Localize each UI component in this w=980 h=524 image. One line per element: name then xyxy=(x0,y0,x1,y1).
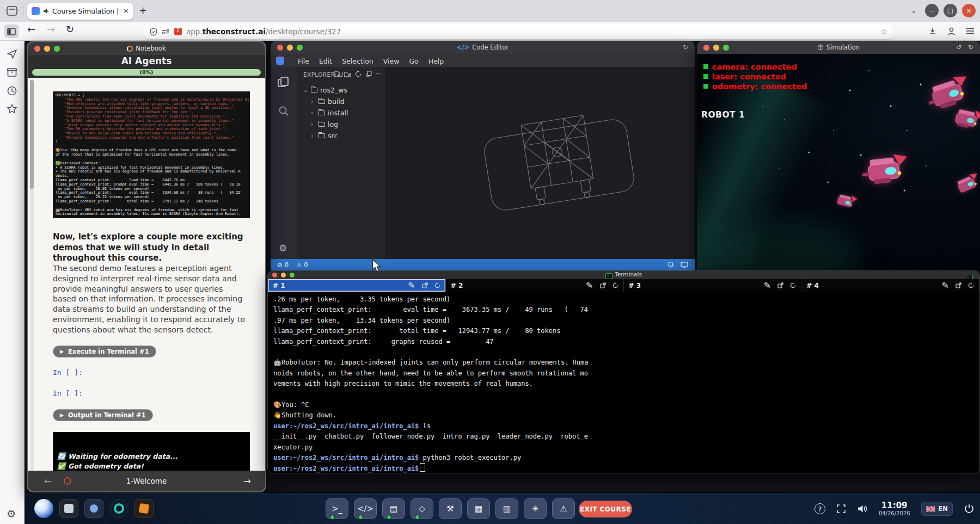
menu-item[interactable]: Help xyxy=(424,57,449,65)
new-file-icon[interactable] xyxy=(334,71,340,77)
open-external-icon[interactable] xyxy=(777,282,783,288)
file-tree-row[interactable]: › build xyxy=(297,96,385,107)
terminal-tab[interactable]: # 3 ✎ xyxy=(624,279,802,292)
back-button[interactable]: ← xyxy=(27,23,35,35)
terminal-tab[interactable]: # 4 ✎ xyxy=(801,279,979,292)
notebook-scrollbar-thumb[interactable] xyxy=(30,80,34,189)
menu-icon[interactable] xyxy=(966,27,975,35)
dock-app-icon[interactable] xyxy=(34,499,53,518)
url-text[interactable]: app.theconstruct.ai/desktop/course/327 xyxy=(186,27,880,36)
cell-prompt[interactable]: In [ ]: xyxy=(53,368,83,377)
bookmarks-star-icon[interactable] xyxy=(7,103,17,114)
restart-terminal-icon[interactable] xyxy=(790,282,796,288)
file-tree-row[interactable]: ⌄ ros2_ws xyxy=(297,84,385,96)
tool-button[interactable]: ◇ xyxy=(411,498,433,519)
dock-app-icon[interactable] xyxy=(134,499,154,518)
forward-button[interactable]: → xyxy=(47,23,55,35)
errors-icon[interactable]: ⊘ xyxy=(277,261,283,269)
dock-app-icon[interactable] xyxy=(84,499,103,518)
terminal-line: __init__.py chatbot.py follower_node.py … xyxy=(273,431,974,442)
firefox-view-icon[interactable] xyxy=(5,5,19,17)
new-tab-button[interactable]: + xyxy=(139,4,147,16)
menu-item[interactable]: Go xyxy=(404,57,423,65)
open-external-icon[interactable] xyxy=(422,282,428,288)
new-folder-icon[interactable] xyxy=(344,71,351,77)
tool-button[interactable]: ▦ xyxy=(467,498,490,519)
open-external-icon[interactable] xyxy=(600,282,606,288)
output-terminal-button[interactable]: ▶ Output in Terminal #1 xyxy=(53,409,153,421)
tool-button[interactable]: ▤ xyxy=(382,498,405,519)
package-icon[interactable] xyxy=(7,67,17,78)
tool-button[interactable]: >_ xyxy=(326,498,348,519)
editor-settings-gear-icon[interactable]: ⚙ xyxy=(279,243,287,254)
menu-item[interactable]: View xyxy=(378,57,405,65)
downloads-icon[interactable] xyxy=(928,27,937,35)
terminal-line: user:~/ros2_ws/src/intro_ai/intro_ai$ py… xyxy=(273,453,974,463)
window-maximize-button[interactable]: ▢ xyxy=(944,4,957,17)
next-unit-arrow-icon[interactable]: → xyxy=(243,476,251,486)
restart-terminal-icon[interactable] xyxy=(434,282,440,288)
url-bar[interactable]: app.theconstruct.ai/desktop/course/327 ☆ xyxy=(144,24,893,39)
account-icon[interactable] xyxy=(947,27,956,36)
tab-close-icon[interactable]: ✕ xyxy=(123,7,129,15)
sidebar-toggle-icon[interactable] xyxy=(4,24,19,38)
tool-button[interactable]: ✳ xyxy=(524,498,547,519)
help-icon[interactable]: ? xyxy=(814,503,825,514)
window-minimize-button[interactable]: – xyxy=(925,4,939,17)
tab-audio-icon[interactable] xyxy=(43,8,49,14)
cell-prompt[interactable]: In [ ]: xyxy=(53,389,83,397)
explorer-files-icon[interactable] xyxy=(277,76,290,89)
tool-button[interactable]: ⚠ xyxy=(552,498,575,519)
restart-terminal-icon[interactable] xyxy=(968,282,974,288)
rename-terminal-icon[interactable]: ✎ xyxy=(586,280,593,291)
reload-button[interactable]: ↻ xyxy=(66,23,74,35)
dock-app-icon[interactable] xyxy=(109,499,128,518)
restart-sim-icon[interactable]: ↻ xyxy=(968,44,973,51)
file-tree-row[interactable]: › log xyxy=(297,119,385,130)
warnings-icon[interactable]: ⚠ xyxy=(296,261,302,269)
search-icon[interactable] xyxy=(278,105,290,117)
refresh-icon[interactable]: ↻ xyxy=(683,44,688,51)
collapse-folders-icon[interactable] xyxy=(365,71,372,77)
urlbar-extension-icon[interactable] xyxy=(174,28,182,35)
simulation-viewport[interactable]: camera: connected laser: connected odome… xyxy=(697,54,980,270)
shield-icon[interactable] xyxy=(150,28,157,36)
power-icon[interactable] xyxy=(964,503,975,514)
volume-icon[interactable] xyxy=(857,504,868,514)
dock-app-icon[interactable] xyxy=(59,499,78,518)
fullscreen-icon[interactable] xyxy=(836,504,846,514)
window-menu-chevron-icon[interactable]: ⌄ xyxy=(911,7,917,15)
tool-button[interactable]: ▥ xyxy=(495,498,518,519)
terminal-tab[interactable]: # 2 ✎ xyxy=(446,279,624,292)
pointer-tool-icon[interactable] xyxy=(7,48,17,59)
open-external-icon[interactable] xyxy=(955,282,961,288)
tool-button[interactable]: ⚒ xyxy=(439,498,462,519)
rename-terminal-icon[interactable]: ✎ xyxy=(764,280,771,291)
screen-icon[interactable] xyxy=(681,262,688,268)
menu-item[interactable]: Edit xyxy=(314,57,337,65)
language-selector[interactable]: EN xyxy=(921,502,953,516)
exit-course-button[interactable]: EXIT COURSE xyxy=(579,501,632,517)
permissions-icon[interactable] xyxy=(162,28,170,35)
rename-terminal-icon[interactable]: ✎ xyxy=(408,280,415,291)
menu-item[interactable]: File xyxy=(293,57,314,65)
file-tree-row[interactable]: › src xyxy=(297,130,385,141)
execute-terminal-button[interactable]: ▶ Execute in Terminal #1 xyxy=(53,346,156,357)
window-close-button[interactable]: ✕ xyxy=(962,4,976,17)
bell-icon[interactable] xyxy=(667,261,674,268)
history-clock-icon[interactable] xyxy=(7,85,17,96)
settings-gear-icon[interactable]: ⚙ xyxy=(7,508,16,520)
terminal-tab[interactable]: # 1 ✎ xyxy=(268,279,446,292)
reset-sim-icon[interactable]: ↺ xyxy=(956,44,961,51)
tool-button[interactable]: </> xyxy=(354,498,377,519)
terminal-output[interactable]: .26 ms per token, 3.35 tokens per second… xyxy=(268,292,979,473)
more-actions-icon[interactable]: ⋯ xyxy=(376,70,382,77)
refresh-explorer-icon[interactable] xyxy=(355,71,362,77)
restart-terminal-icon[interactable] xyxy=(612,282,618,288)
bookmark-star-icon[interactable]: ☆ xyxy=(880,27,887,36)
file-tree-row[interactable]: › install xyxy=(297,107,385,119)
rename-terminal-icon[interactable]: ✎ xyxy=(942,280,949,291)
browser-tab[interactable]: Course Simulation | Th ✕ xyxy=(27,3,133,20)
terminal-line xyxy=(273,347,974,357)
menu-item[interactable]: Selection xyxy=(337,57,378,65)
